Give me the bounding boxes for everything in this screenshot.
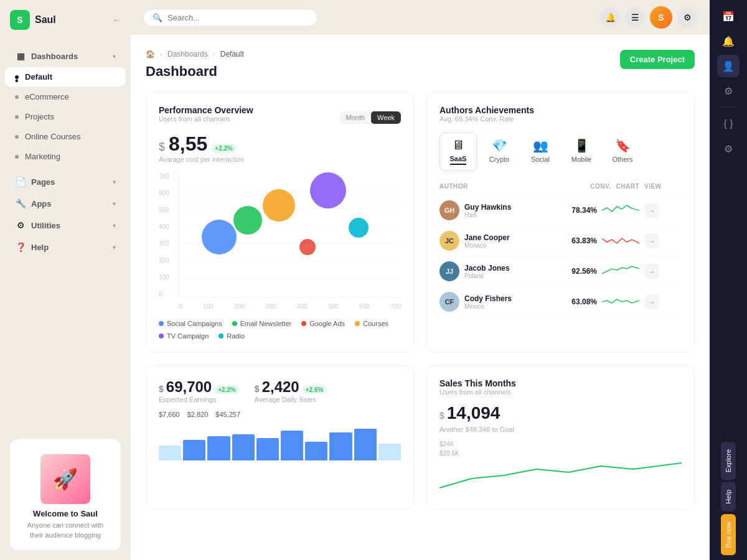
bar — [183, 440, 205, 460]
authors-subtitle: Avg. 69.34% Conv. Rate — [439, 115, 534, 123]
sparkline-chart — [602, 233, 639, 248]
legend-dot — [159, 334, 164, 338]
tab-social[interactable]: 👥 Social — [522, 133, 559, 170]
user-avatar[interactable]: S — [650, 6, 672, 29]
nav-label: Projects — [25, 112, 54, 121]
author-country: Haiti — [464, 212, 511, 218]
x-label-400: 400 — [297, 303, 308, 310]
create-project-button[interactable]: Create Project — [620, 50, 695, 69]
view-button[interactable]: → — [644, 203, 659, 218]
author-info: JC Jane Cooper Monaco — [439, 231, 566, 251]
page-title: Dashboard — [146, 63, 695, 80]
notification-icon[interactable]: 🔔 — [717, 30, 740, 52]
code-icon[interactable]: { } — [717, 113, 740, 135]
authors-title: Authors Achievements — [439, 105, 534, 115]
y-label-200: 200 — [159, 257, 169, 264]
sidebar-item-pages[interactable]: 📄 Pages ▾ — [5, 171, 126, 192]
chart-plot-area — [179, 173, 401, 297]
sidebar-item-projects[interactable]: Projects — [5, 107, 126, 126]
breadcrumb-dashboards[interactable]: Dashboards — [167, 50, 208, 58]
help-button[interactable]: Help — [721, 482, 736, 511]
nav-dot — [15, 135, 19, 139]
user-icon[interactable]: 👤 — [717, 55, 740, 77]
sidebar-item-default[interactable]: • Default — [5, 67, 126, 86]
author-details: Cody Fishers Mexico — [464, 294, 512, 310]
utilities-icon: ⚙ — [15, 220, 26, 231]
dollar-sign: $ — [159, 141, 165, 154]
performance-overview-card: Performance Overview Users from all chan… — [146, 92, 414, 353]
authors-table: AUTHOR CONV. CHART VIEW GH Guy Hawkins — [439, 180, 682, 317]
grid-icon[interactable]: ⚙ — [717, 80, 740, 102]
nav-label: eCommerce — [25, 92, 69, 101]
col-author: AUTHOR — [439, 183, 585, 190]
earnings-value: $ 69,700 +2.2% — [159, 378, 240, 396]
bubble-tv — [310, 172, 346, 208]
nav-label: Default — [25, 72, 52, 82]
sidebar-item-marketing[interactable]: Marketing — [5, 147, 126, 166]
explore-button[interactable]: Explore — [721, 442, 736, 480]
back-icon[interactable]: ← — [112, 15, 121, 25]
table-row: JJ Jacob Jones Poland 92.56% → — [439, 256, 682, 287]
chart-legend: Social Campaigns Email Newsletter Google… — [159, 320, 401, 340]
legend-label: Social Campaigns — [167, 320, 222, 327]
x-label-100: 100 — [203, 303, 214, 310]
search-box[interactable]: 🔍 — [143, 9, 317, 27]
conv-value: 63.83% — [571, 236, 597, 245]
topbar: 🔍 🔔 ☰ S ⚙ — [131, 0, 710, 35]
tab-crypto[interactable]: 💎 Crypto — [481, 133, 518, 170]
author-info: GH Guy Hawkins Haiti — [439, 200, 566, 220]
tab-mobile[interactable]: 📱 Mobile — [563, 133, 600, 170]
sparkline-chart — [602, 203, 639, 218]
y-label-300: 300 — [159, 240, 169, 247]
view-button[interactable]: → — [644, 294, 659, 309]
col-chart: CHART — [616, 183, 640, 190]
earnings-label: Expected Earnings — [159, 396, 240, 403]
sales-label: Average Daily Sales — [255, 396, 327, 403]
settings-icon[interactable]: ⚙ — [717, 138, 740, 160]
buy-now-button[interactable]: Buy now — [721, 514, 736, 555]
author-details: Guy Hawkins Haiti — [464, 203, 511, 218]
sidebar-item-online-courses[interactable]: Online Courses — [5, 127, 126, 146]
legend-dot — [218, 334, 223, 338]
calendar-icon[interactable]: 📅 — [717, 5, 740, 27]
legend-dot — [355, 321, 360, 326]
sales-y-labels: $24K $20.5K — [439, 441, 682, 457]
menu-icon[interactable]: ☰ — [625, 7, 645, 27]
mobile-tab-icon: 📱 — [574, 138, 590, 153]
author-details: Jane Cooper Monaco — [464, 233, 510, 249]
perf-badge: +2.2% — [211, 144, 237, 153]
perf-subtitle: Users from all channels — [159, 115, 253, 123]
nav-dot — [15, 155, 19, 159]
main-content: 🏠 › Dashboards › Default Dashboard Creat… — [131, 35, 710, 560]
sidebar-item-utilities[interactable]: ⚙ Utilities ▾ — [5, 215, 126, 236]
view-button[interactable]: → — [644, 264, 659, 279]
topbar-right: 🔔 ☰ S ⚙ — [600, 6, 697, 29]
sidebar-item-help[interactable]: ❓ Help ▾ — [5, 236, 126, 258]
sidebar-item-ecommerce[interactable]: eCommerce — [5, 87, 126, 106]
search-input[interactable] — [167, 13, 292, 22]
settings-icon[interactable]: ⚙ — [677, 7, 697, 27]
tab-others[interactable]: 🔖 Others — [604, 133, 641, 170]
others-tab-label: Others — [612, 156, 632, 163]
sparkline-chart — [602, 294, 639, 309]
table-row: GH Guy Hawkins Haiti 78.34% → — [439, 195, 682, 226]
sidebar-header: S Saul ← — [0, 0, 131, 40]
view-button[interactable]: → — [644, 233, 659, 248]
author-name: Cody Fishers — [464, 294, 512, 303]
sales-value: $ 2,420 +2.6% — [255, 378, 327, 396]
bar-value-3: $45,257 — [215, 411, 240, 418]
month-tab[interactable]: Month — [340, 111, 372, 124]
chevron-down-icon: ▾ — [113, 222, 116, 229]
sidebar-item-dashboards[interactable]: ▦ Dashboards ▾ — [5, 45, 126, 67]
content-wrapper: 🏠 › Dashboards › Default Dashboard Creat… — [131, 35, 710, 560]
tab-saas[interactable]: 🖥 SaaS — [439, 133, 477, 170]
week-tab[interactable]: Week — [371, 111, 401, 124]
astronaut-image: 🚀 — [40, 454, 90, 504]
home-icon: 🏠 — [146, 50, 155, 58]
sales-goal-label: Another $48,346 to Goal — [439, 426, 682, 433]
sidebar-item-apps[interactable]: 🔧 Apps ▾ — [5, 193, 126, 214]
welcome-title: Welcome to Saul — [20, 509, 111, 518]
notification-icon[interactable]: 🔔 — [600, 7, 620, 27]
table-header: AUTHOR CONV. CHART VIEW — [439, 180, 682, 195]
others-tab-icon: 🔖 — [615, 138, 631, 153]
